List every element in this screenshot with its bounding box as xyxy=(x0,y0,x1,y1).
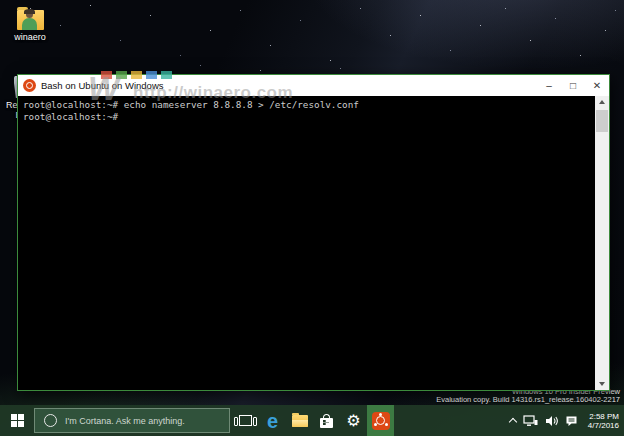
desktop-icon-winaero[interactable]: winaero xyxy=(6,10,54,42)
triangle-up-icon xyxy=(599,100,605,104)
triangle-down-icon xyxy=(599,382,605,386)
action-center-icon[interactable] xyxy=(565,415,578,427)
clock-time: 2:58 PM xyxy=(588,412,619,421)
gear-icon: ⚙ xyxy=(346,413,360,429)
scroll-up-button[interactable] xyxy=(595,96,609,108)
evaluation-line2: Evaluation copy. Build 14316.rs1_release… xyxy=(436,396,620,404)
starfield-layer xyxy=(0,0,1,1)
file-explorer-icon xyxy=(292,415,308,427)
close-button[interactable]: ✕ xyxy=(585,75,609,96)
maximize-button[interactable]: □ xyxy=(561,75,585,96)
search-placeholder: I'm Cortana. Ask me anything. xyxy=(65,416,185,426)
file-explorer-taskbar-button[interactable] xyxy=(286,405,313,436)
ubuntu-icon xyxy=(372,412,390,430)
window-titlebar[interactable]: Bash on Ubuntu on Windows – □ ✕ xyxy=(18,75,609,96)
store-icon xyxy=(320,418,333,428)
task-view-icon xyxy=(239,415,252,426)
settings-taskbar-button[interactable]: ⚙ xyxy=(340,405,367,436)
taskbar-clock[interactable]: 2:58 PM 4/7/2016 xyxy=(588,412,619,430)
scroll-down-button[interactable] xyxy=(595,378,609,390)
terminal-content[interactable]: root@localhost:~# echo nameserver 8.8.8.… xyxy=(18,96,595,390)
folder-icon xyxy=(17,10,44,30)
store-taskbar-button[interactable] xyxy=(313,405,340,436)
scrollbar-thumb[interactable] xyxy=(596,110,608,132)
volume-icon[interactable] xyxy=(545,415,558,427)
window-title: Bash on Ubuntu on Windows xyxy=(41,80,164,91)
ubuntu-window-icon xyxy=(23,79,36,92)
cortana-search-input[interactable]: I'm Cortana. Ask me anything. xyxy=(34,408,230,433)
terminal-scrollbar[interactable] xyxy=(595,96,609,390)
network-icon[interactable] xyxy=(523,415,538,427)
tray-chevron-icon[interactable] xyxy=(509,417,517,425)
system-tray: 2:58 PM 4/7/2016 xyxy=(510,412,624,430)
start-button[interactable] xyxy=(0,405,34,436)
desktop-icon-label: winaero xyxy=(6,32,54,42)
terminal-line: root@localhost:~# echo nameserver 8.8.8.… xyxy=(23,99,359,110)
terminal-line: root@localhost:~# xyxy=(23,111,118,122)
windows-logo-icon xyxy=(11,414,24,427)
bash-console-window: Bash on Ubuntu on Windows – □ ✕ root@loc… xyxy=(17,74,610,391)
cortana-icon xyxy=(44,414,57,427)
task-view-button[interactable] xyxy=(232,405,259,436)
desktop: winaero ♻ Recycle Bin Windows 10 Pro Ins… xyxy=(0,0,624,436)
minimize-button[interactable]: – xyxy=(537,75,561,96)
clock-date: 4/7/2016 xyxy=(588,421,619,430)
taskbar: I'm Cortana. Ask me anything. e ⚙ xyxy=(0,405,624,436)
edge-icon: e xyxy=(267,411,278,431)
ubuntu-taskbar-button-active[interactable] xyxy=(367,405,394,436)
edge-taskbar-button[interactable]: e xyxy=(259,405,286,436)
